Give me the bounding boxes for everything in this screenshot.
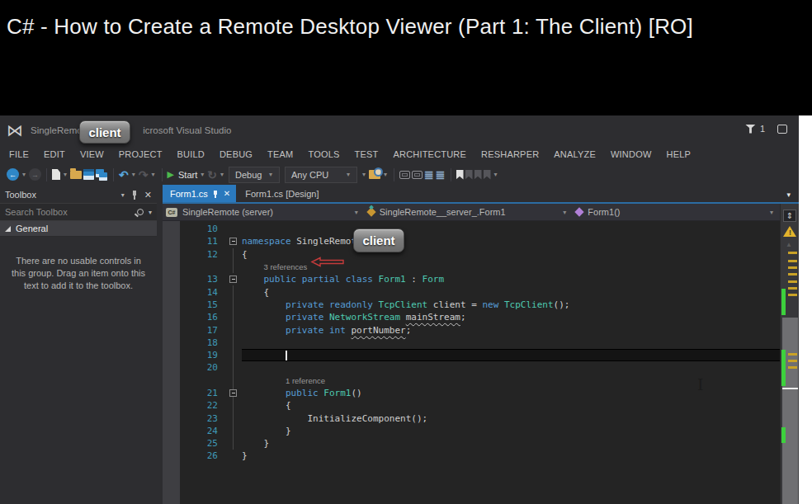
menu-project[interactable]: PROJECT xyxy=(111,149,170,159)
outline-margin xyxy=(229,311,242,323)
scrollbar-thumb[interactable] xyxy=(782,318,798,504)
menu-test[interactable]: TEST xyxy=(347,149,386,159)
feedback-icon[interactable] xyxy=(777,125,787,134)
search-icon[interactable] xyxy=(137,209,144,215)
navbar-label: SingleRemote__server_.Form1 xyxy=(380,207,559,217)
class-icon xyxy=(366,207,375,216)
open-file-icon[interactable] xyxy=(70,166,82,184)
nav-back-icon[interactable]: ← xyxy=(7,168,19,181)
bookmark-clear-icon[interactable] xyxy=(484,166,491,184)
start-icon[interactable]: ▶Start xyxy=(168,166,198,184)
video-title: C# - How to Create a Remote Desktop View… xyxy=(7,14,693,40)
fold-collapse-icon[interactable] xyxy=(229,389,237,397)
outline-margin xyxy=(229,399,242,412)
code-line-24: 24 } xyxy=(180,425,780,437)
menu-file[interactable]: FILE xyxy=(2,149,36,159)
fold-collapse-icon[interactable] xyxy=(229,276,237,283)
code-editor[interactable]: 1011namespace SingleRemote_12{3 referenc… xyxy=(180,221,780,504)
line-number: 17 xyxy=(180,325,223,336)
indent-increase-icon[interactable]: ≣ xyxy=(436,166,446,184)
pin-icon[interactable] xyxy=(131,190,138,200)
navbar-dropdown-0[interactable]: C#SingleRemote (server)▾ xyxy=(163,204,365,220)
toolbox-search-input[interactable]: Search Toolbox ▾ xyxy=(0,204,157,221)
menu-architecture[interactable]: ARCHITECTURE xyxy=(385,149,474,159)
refresh-icon[interactable]: ↻ xyxy=(207,166,217,184)
dropdown-arrow-icon[interactable]: ▾ xyxy=(494,171,498,178)
menu-view[interactable]: VIEW xyxy=(73,149,111,159)
uncomment-icon[interactable] xyxy=(412,166,423,184)
tab-overflow-icon[interactable]: ▾ xyxy=(786,191,791,199)
toolbar-separator xyxy=(394,168,394,181)
code-text: public partial class Form1 : Form xyxy=(242,273,780,285)
outline-margin xyxy=(229,261,242,273)
splitter-grip-icon[interactable]: ⇕ xyxy=(783,210,796,222)
dropdown-arrow-icon[interactable]: ▾ xyxy=(384,171,387,178)
redo-icon[interactable]: ↷ xyxy=(139,166,149,184)
editor-navigation-bar: C#SingleRemote (server)▾SingleRemote__se… xyxy=(163,204,780,221)
window-position-icon[interactable]: ▾ xyxy=(121,191,125,199)
platform-combo[interactable]: Any CPU▾ xyxy=(285,167,357,183)
menu-team[interactable]: TEAM xyxy=(260,149,300,159)
combo-dropdown-icon: ▾ xyxy=(269,171,272,178)
start-label: Start xyxy=(178,170,197,180)
codelens-references-link[interactable]: 1 reference xyxy=(242,376,325,385)
line-number: 13 xyxy=(180,274,223,285)
menu-build[interactable]: BUILD xyxy=(170,149,212,159)
text-caret xyxy=(286,351,287,360)
save-icon[interactable] xyxy=(83,166,94,184)
outline-margin xyxy=(229,361,242,374)
nav-forward-icon[interactable]: → xyxy=(29,168,41,181)
menu-analyze[interactable]: ANALYZE xyxy=(546,149,603,159)
menu-help[interactable]: HELP xyxy=(659,149,699,159)
change-bar-column xyxy=(223,337,229,349)
method-icon xyxy=(575,207,584,216)
dropdown-arrow-icon[interactable]: ▾ xyxy=(152,171,155,178)
change-bar-column xyxy=(223,285,229,298)
close-icon[interactable]: ✕ xyxy=(224,189,230,198)
fold-collapse-icon[interactable] xyxy=(229,238,237,245)
toolbox-section-general[interactable]: General xyxy=(0,221,157,237)
line-number: 16 xyxy=(180,312,223,323)
save-all-icon[interactable] xyxy=(96,166,108,184)
dropdown-arrow-icon[interactable]: ▾ xyxy=(64,171,67,178)
configuration-combo[interactable]: Debug▾ xyxy=(229,167,280,183)
menu-tools[interactable]: TOOLS xyxy=(300,149,347,159)
code-line-10: 10 xyxy=(180,223,780,235)
navbar-dropdown-2[interactable]: Form1()▾ xyxy=(573,204,780,220)
chevron-down-icon[interactable]: ▾ xyxy=(770,209,777,216)
search-dropdown-icon[interactable]: ▾ xyxy=(149,209,152,216)
indent-decrease-icon[interactable]: ≣ xyxy=(424,166,434,184)
code-line-18: 18 xyxy=(180,337,780,349)
codelens-row: 3 references xyxy=(180,261,780,273)
tab-form1-cs[interactable]: Form1.cs✕ xyxy=(163,185,236,202)
bookmark-prev-icon[interactable] xyxy=(465,166,473,184)
dropdown-arrow-icon[interactable]: ▾ xyxy=(132,171,135,178)
menu-resharper[interactable]: RESHARPER xyxy=(474,149,546,159)
scroll-up-icon[interactable]: ▲ xyxy=(786,241,792,248)
undo-icon[interactable]: ↶ xyxy=(119,166,129,184)
dropdown-arrow-icon[interactable]: ▾ xyxy=(22,171,26,178)
menu-window[interactable]: WINDOW xyxy=(603,149,659,159)
tab-form1-cs-design-[interactable]: Form1.cs [Design] xyxy=(236,185,328,202)
close-icon[interactable]: ✕ xyxy=(144,191,152,200)
navbar-dropdown-1[interactable]: SingleRemote__server_.Form1▾ xyxy=(365,204,574,220)
chevron-down-icon[interactable]: ▾ xyxy=(563,209,569,216)
dropdown-arrow-icon[interactable]: ▾ xyxy=(362,171,366,178)
filter-icon[interactable] xyxy=(745,125,756,134)
bookmark-next-icon[interactable] xyxy=(474,166,482,184)
outline-margin xyxy=(229,374,242,387)
dropdown-arrow-icon[interactable]: ▾ xyxy=(201,171,204,178)
code-line-23: 23 InitializeComponent(); xyxy=(180,412,780,424)
chevron-down-icon[interactable]: ▾ xyxy=(355,209,361,216)
new-file-icon[interactable] xyxy=(52,166,60,184)
menu-debug[interactable]: DEBUG xyxy=(212,149,260,159)
menu-edit[interactable]: EDIT xyxy=(36,149,73,159)
comment-icon[interactable] xyxy=(399,166,410,184)
pin-icon[interactable] xyxy=(213,190,219,198)
toolbar: ←▾→▾↶▾↷▾▶Start▾↻▾Debug▾Any CPU▾▾▾≣≣▾ xyxy=(0,163,799,186)
bookmark-icon[interactable] xyxy=(456,166,464,184)
dropdown-arrow-icon[interactable]: ▾ xyxy=(220,171,224,178)
code-text: } xyxy=(242,425,780,437)
find-in-files-icon[interactable] xyxy=(369,166,380,184)
codelens-references-link[interactable]: 3 references xyxy=(242,262,307,271)
